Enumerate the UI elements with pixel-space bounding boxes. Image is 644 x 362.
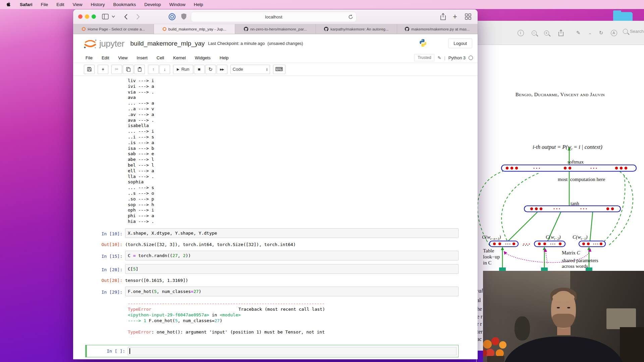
command-palette-button[interactable]: ⌨	[273, 65, 285, 74]
close-button[interactable]	[78, 14, 83, 19]
webcam-vase	[487, 356, 504, 362]
menubar-item-bookmarks[interactable]: Bookmarks	[113, 2, 136, 7]
paper-running-head: Bengio, Ducharme, Vincent and Jauvin	[476, 92, 644, 98]
code-cell-in10[interactable]: In [10]: X.shape, X.dtype, Y.shape, Y.dt…	[84, 228, 478, 238]
menu-cell[interactable]: Cell	[157, 55, 164, 60]
cell-output-stdout: liv ---> i ivi ---> a via ---> . ava ...…	[128, 78, 478, 225]
menubar-item-history[interactable]: History	[91, 2, 105, 7]
notebook-area[interactable]: liv ---> i ivi ---> a via ---> . ava ...…	[73, 76, 478, 359]
menu-help[interactable]: Help	[220, 55, 229, 60]
selected-empty-cell[interactable]: In [ ]:	[85, 345, 459, 357]
share-icon[interactable]	[440, 13, 446, 20]
minimize-button[interactable]	[85, 14, 89, 19]
paste-cell-button[interactable]	[134, 65, 145, 74]
zoom-button[interactable]	[92, 14, 96, 19]
output-prompt: Out[10]:	[84, 240, 125, 247]
info-icon[interactable]: i	[517, 29, 525, 37]
logout-button[interactable]: Logout	[448, 39, 472, 48]
code-cell-in28[interactable]: In [28]: C[5]	[84, 264, 478, 274]
onepassword-extension-icon[interactable]	[168, 13, 176, 20]
webcam-doorway	[620, 327, 644, 362]
cell-type-select[interactable]: Code ▴▾	[230, 65, 270, 74]
cut-cell-button[interactable]: ✂	[111, 65, 122, 74]
menu-insert[interactable]: Insert	[137, 55, 148, 60]
embedding-label-3: C(wt−1)	[573, 234, 588, 241]
error-type: TypeError	[128, 306, 151, 312]
jupyter-page: jupyter build_makemore_mlp_yay Last Chec…	[73, 35, 478, 359]
traceback-header: Traceback (most recent call last)	[238, 306, 325, 312]
traceback-num: 27	[214, 318, 220, 323]
traceback-arrow: ----> 1	[128, 318, 146, 323]
code-input[interactable]: F.one_hot(5, num_classes=27)	[125, 287, 459, 296]
macos-menubar: Safari File Edit View History Bookmarks …	[0, 0, 644, 9]
traceback-code: F.one_hot(	[146, 318, 175, 323]
menubar-app-name[interactable]: Safari	[20, 2, 33, 7]
restart-run-all-button[interactable]: ▶▶	[217, 65, 227, 74]
sidebar-chevron-icon[interactable]	[112, 15, 115, 18]
zoom-in-icon[interactable]: +	[542, 29, 550, 37]
copy-cell-button[interactable]	[123, 65, 133, 74]
move-cell-down-button[interactable]: ↓	[159, 65, 170, 74]
sidebar-icon[interactable]	[102, 14, 109, 19]
jupyter-logo[interactable]	[83, 38, 97, 49]
rotate-icon[interactable]: ↻	[597, 29, 605, 37]
tab-home-page[interactable]: Home Page - Select or create a...	[73, 24, 154, 34]
menu-widgets[interactable]: Widgets	[195, 55, 211, 60]
move-cell-up-button[interactable]: ↑	[148, 65, 159, 74]
share-icon[interactable]	[557, 29, 565, 37]
jupyter-menubar: File Edit View Insert Cell Kernel Widget…	[73, 53, 478, 63]
jupyter-header: jupyter build_makemore_mlp_yay Last Chec…	[73, 35, 478, 53]
code-input[interactable]: C = torch.randn((27, 2))	[125, 251, 459, 260]
address-bar[interactable]: localhost	[191, 12, 356, 22]
traceback-rule: ----------------------------------------…	[128, 301, 325, 306]
input-prompt: In [29]:	[84, 287, 125, 296]
annotate-icon[interactable]: A	[610, 29, 618, 37]
webcam-hallway-light	[606, 308, 636, 329]
code-input[interactable]: X.shape, X.dtype, Y.shape, Y.dtype	[125, 228, 459, 238]
code-cell-in29[interactable]: In [29]: F.one_hot(5, num_classes=27)	[84, 287, 478, 296]
code-input-empty[interactable]	[128, 347, 457, 355]
forward-button[interactable]	[136, 14, 140, 20]
code-cell-in15[interactable]: In [15]: C = torch.randn((27, 2))	[84, 251, 478, 260]
menu-edit[interactable]: Edit	[102, 55, 109, 60]
jupyter-brand-text[interactable]: jupyter	[99, 39, 124, 49]
menubar-item-window[interactable]: Window	[169, 2, 185, 7]
menubar-item-file[interactable]: File	[41, 2, 48, 7]
menu-kernel[interactable]: Kernel	[173, 55, 186, 60]
menubar-item-help[interactable]: Help	[194, 2, 203, 7]
menubar-item-develop[interactable]: Develop	[144, 2, 161, 7]
kernel-name[interactable]: Python 3	[448, 55, 466, 60]
back-button[interactable]	[124, 14, 128, 20]
tab-build-makemore[interactable]: build_makemore_mlp_yay - Jup...	[154, 24, 235, 34]
menubar-item-edit[interactable]: Edit	[56, 2, 64, 7]
zoom-out-icon[interactable]: −	[530, 29, 538, 37]
tab-nn-zero-to-hero[interactable]: nn-zero-to-hero/makemore_par...	[235, 24, 316, 34]
restart-kernel-button[interactable]: ↻	[205, 65, 216, 74]
traceback-in: in	[209, 312, 220, 317]
add-cell-button[interactable]: +	[98, 65, 108, 74]
search-icon	[623, 29, 628, 34]
preview-search-field[interactable]: Search	[623, 29, 644, 34]
stop-button[interactable]: ■	[194, 65, 205, 74]
menubar-item-view[interactable]: View	[73, 2, 83, 7]
markup-pencil-icon[interactable]: ✎	[574, 29, 582, 37]
shared-params-label: shared parameters across words	[562, 258, 598, 269]
matrix-c-label: Matrix C	[562, 250, 580, 256]
tab-makemore-py[interactable]: makemore/makemore.py at mas...	[397, 24, 478, 34]
run-button[interactable]: ▶ Run	[173, 65, 193, 74]
reload-icon[interactable]	[348, 14, 353, 19]
shield-extension-icon[interactable]	[181, 13, 186, 20]
tab-overview-icon[interactable]	[465, 13, 471, 20]
chevron-down-icon[interactable]: ⌄	[586, 29, 594, 37]
address-text: localhost	[265, 14, 282, 19]
checkpoint-status: Last Checkpoint: a minute ago	[208, 41, 265, 46]
save-button[interactable]	[84, 65, 95, 74]
tab-karpathy-makemore[interactable]: karpathy/makemore: An autoreg...	[316, 24, 397, 34]
menu-file[interactable]: File	[86, 55, 93, 60]
menu-view[interactable]: View	[118, 55, 127, 60]
new-tab-button[interactable]: +	[453, 12, 457, 21]
code-input[interactable]: C[5]	[125, 264, 459, 274]
trusted-badge[interactable]: Trusted	[414, 54, 434, 61]
apple-icon[interactable]	[7, 2, 11, 7]
notebook-title[interactable]: build_makemore_mlp_yay	[130, 40, 205, 47]
